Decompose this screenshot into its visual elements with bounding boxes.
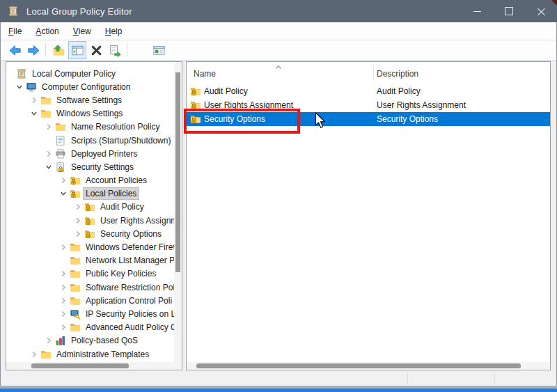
column-header-name[interactable]: Name bbox=[194, 69, 216, 79]
chevron-down-icon[interactable] bbox=[16, 84, 26, 91]
tree-item-audit-policy[interactable]: Audit Policy bbox=[6, 201, 174, 214]
menu-action[interactable]: Action bbox=[29, 22, 65, 40]
tree-item-policy-based-qos[interactable]: Policy-based QoS bbox=[6, 334, 174, 347]
tree-item-local-computer-policy[interactable]: Local Computer Policy bbox=[6, 67, 174, 80]
status-bar-divider bbox=[494, 373, 495, 384]
list-header: Name Description bbox=[187, 62, 550, 84]
maximize-button[interactable] bbox=[493, 0, 525, 22]
back-button[interactable] bbox=[6, 41, 24, 59]
tree-item-local-policies[interactable]: Local Policies bbox=[6, 187, 174, 201]
chevron-right-icon[interactable] bbox=[45, 123, 55, 130]
tree-item-windows-settings[interactable]: Windows Settings bbox=[6, 107, 174, 120]
tree-item-public-key-policies[interactable]: Public Key Policies bbox=[6, 267, 174, 281]
forward-button[interactable] bbox=[24, 41, 42, 59]
help-button[interactable] bbox=[131, 41, 149, 59]
arrow-left-icon bbox=[8, 44, 22, 57]
chevron-right-icon[interactable] bbox=[45, 337, 55, 344]
folder-icon bbox=[70, 295, 81, 306]
chevron-right-icon[interactable] bbox=[60, 177, 70, 184]
tree-horizontal-scrollbar[interactable] bbox=[6, 362, 174, 370]
tree-item-ip-security-policies-on-lo[interactable]: IP Security Policies on Lo bbox=[6, 307, 174, 320]
chevron-right-icon[interactable] bbox=[74, 217, 84, 224]
tree-item-advanced-audit-policy-c[interactable]: Advanced Audit Policy C bbox=[6, 321, 174, 334]
tree-vertical-scrollbar-thumb[interactable] bbox=[175, 72, 180, 272]
chevron-right-icon[interactable] bbox=[74, 230, 84, 237]
list-row-audit-policy[interactable]: Audit PolicyAudit Policy bbox=[187, 84, 550, 98]
export-list-button[interactable] bbox=[106, 41, 124, 59]
folder-icon bbox=[70, 255, 81, 266]
up-one-level-button[interactable] bbox=[49, 41, 68, 59]
chevron-right-icon[interactable] bbox=[60, 244, 70, 251]
show-console-tree-button[interactable] bbox=[68, 41, 86, 59]
menu-file[interactable]: File bbox=[1, 22, 29, 40]
tree-item-scripts-startup-shutdown[interactable]: Scripts (Startup/Shutdown) bbox=[6, 134, 174, 147]
tree-item-label: Deployed Printers bbox=[69, 148, 139, 159]
tree-item-label: Application Control Poli bbox=[84, 295, 174, 306]
status-bar-divider bbox=[407, 373, 408, 384]
taskbar-edge bbox=[0, 389, 557, 392]
folder-lock-icon bbox=[70, 188, 81, 199]
chevron-right-icon[interactable] bbox=[60, 324, 70, 331]
chevron-right-icon[interactable] bbox=[74, 203, 84, 210]
minimize-button[interactable] bbox=[461, 0, 493, 22]
folder-icon bbox=[55, 121, 66, 132]
folder-icon bbox=[70, 322, 81, 333]
results-pane: Name Description Audit PolicyAudit Polic… bbox=[186, 61, 551, 370]
tree-item-computer-configuration[interactable]: Computer Configuration bbox=[6, 80, 174, 93]
chevron-right-icon[interactable] bbox=[60, 297, 70, 304]
tree-item-windows-defender-firew[interactable]: Windows Defender Firew bbox=[6, 240, 174, 253]
tree-item-account-policies[interactable]: Account Policies bbox=[6, 174, 174, 187]
chevron-down-icon[interactable] bbox=[31, 110, 40, 117]
folder-icon bbox=[40, 95, 52, 106]
tree-item-user-rights-assignm[interactable]: User Rights Assignm bbox=[6, 214, 174, 227]
tree-item-deployed-printers[interactable]: Deployed Printers bbox=[6, 147, 174, 160]
menu-bar: FileActionViewHelp bbox=[1, 22, 556, 40]
tree-horizontal-scrollbar-thumb[interactable] bbox=[31, 363, 129, 368]
tree-item-label: Computer Configuration bbox=[40, 81, 132, 93]
tree-item-name-resolution-policy[interactable]: Name Resolution Policy bbox=[6, 120, 174, 134]
tree-item-application-control-poli[interactable]: Application Control Poli bbox=[6, 294, 174, 307]
tree-item-label: Network List Manager P bbox=[84, 255, 174, 266]
menu-help[interactable]: Help bbox=[98, 22, 130, 40]
chevron-right-icon[interactable] bbox=[45, 150, 55, 157]
column-header-description[interactable]: Description bbox=[377, 69, 418, 79]
list-horizontal-scrollbar[interactable] bbox=[187, 362, 550, 370]
tree-item-label: Windows Defender Firew bbox=[84, 242, 174, 253]
chevron-down-icon[interactable] bbox=[45, 164, 55, 171]
tree-vertical-scrollbar[interactable] bbox=[174, 62, 182, 362]
tree-item-label: Policy-based QoS bbox=[69, 335, 140, 346]
tree-item-label: IP Security Policies on Lo bbox=[84, 308, 174, 320]
chevron-right-icon[interactable] bbox=[60, 284, 70, 291]
folder-lock-icon bbox=[84, 215, 95, 226]
tree-view: Local Computer PolicyComputer Configurat… bbox=[6, 62, 174, 362]
list-horizontal-scrollbar-thumb[interactable] bbox=[196, 363, 521, 368]
chevron-right-icon[interactable] bbox=[60, 270, 70, 277]
tree-item-security-settings[interactable]: Security Settings bbox=[6, 160, 174, 173]
toolbar-separator bbox=[127, 43, 127, 57]
tree-item-label: Administrative Templates bbox=[54, 349, 151, 360]
tree-item-label: Software Restriction Pol bbox=[84, 282, 174, 293]
tree-item-label: Audit Policy bbox=[98, 201, 146, 212]
folder-lock-icon bbox=[84, 228, 95, 240]
title-bar[interactable]: Local Group Policy Editor bbox=[0, 0, 557, 22]
tree-item-administrative-templates[interactable]: Administrative Templates bbox=[6, 347, 174, 361]
tree-item-network-list-manager-p[interactable]: Network List Manager P bbox=[6, 254, 174, 267]
show-properties-button[interactable] bbox=[150, 41, 168, 59]
chevron-right-icon[interactable] bbox=[31, 97, 40, 104]
security-doc-icon bbox=[55, 162, 66, 173]
chevron-down-icon[interactable] bbox=[60, 190, 70, 197]
tree-item-label: Public Key Policies bbox=[84, 268, 158, 279]
window-left-border bbox=[0, 22, 1, 386]
black-x-icon bbox=[90, 44, 103, 57]
tree-item-label: Advanced Audit Policy C bbox=[84, 322, 174, 333]
printer-icon bbox=[55, 148, 66, 159]
chevron-right-icon[interactable] bbox=[60, 311, 70, 317]
column-divider[interactable] bbox=[373, 65, 374, 81]
tree-item-software-restriction-pol[interactable]: Software Restriction Pol bbox=[6, 281, 174, 294]
chevron-right-icon[interactable] bbox=[31, 351, 40, 358]
tree-item-software-settings[interactable]: Software Settings bbox=[6, 93, 174, 107]
delete-button[interactable] bbox=[87, 41, 105, 59]
tree-item-security-options[interactable]: Security Options bbox=[6, 227, 174, 240]
folder-icon bbox=[40, 349, 52, 360]
menu-view[interactable]: View bbox=[66, 22, 98, 40]
